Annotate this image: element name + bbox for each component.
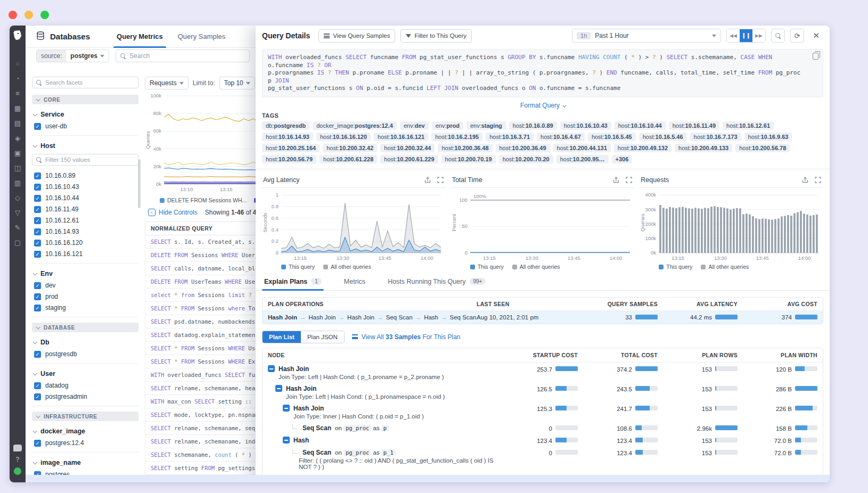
- plan-operations-row[interactable]: Hash Join→Hash Join→Hash Join→Seq Scan→H…: [263, 311, 823, 324]
- tag-pill[interactable]: host:10.16.10.43: [560, 121, 611, 130]
- facet-item[interactable]: ✓user-db: [34, 122, 138, 130]
- tag-pill[interactable]: host:10.16.11.49: [669, 121, 719, 130]
- tag-pill[interactable]: host:10.16.2.195: [431, 133, 482, 141]
- notebooks-icon[interactable]: ✎: [13, 222, 22, 234]
- checkbox-checked-icon[interactable]: ✓: [34, 228, 41, 235]
- facet-item[interactable]: ✓postgres:12.4: [34, 439, 138, 447]
- copy-icon[interactable]: [813, 53, 818, 60]
- format-query-link[interactable]: Format Query: [256, 102, 830, 109]
- plan-node-row[interactable]: Hash123.4123.415372.0 B: [263, 434, 823, 446]
- checkbox-checked-icon[interactable]: ✓: [34, 382, 41, 389]
- tag-pill[interactable]: host:10.16.5.45: [588, 133, 636, 141]
- query-row[interactable]: WITH overloaded_funcs SELECT funcna: [145, 368, 272, 382]
- tag-pill[interactable]: host:10.200.61.229: [380, 155, 438, 163]
- watchdog-icon[interactable]: ◔: [13, 73, 22, 85]
- refresh-button[interactable]: ⟳: [790, 29, 804, 43]
- export-icon[interactable]: [801, 176, 809, 184]
- facet-item[interactable]: ✓10.16.12.61: [34, 217, 138, 224]
- tag-pill[interactable]: host:10.16.3.71: [486, 133, 534, 141]
- collapse-node-icon[interactable]: [283, 437, 290, 443]
- query-row[interactable]: SELECT datadog.explain_statement (: [145, 328, 272, 342]
- collapse-node-icon[interactable]: [275, 385, 282, 392]
- apm-icon[interactable]: ◫: [13, 162, 22, 174]
- facet-item[interactable]: ✓10.16.16.121: [34, 250, 138, 258]
- tab-hosts-running[interactable]: Hosts Running This Query99+: [386, 273, 488, 290]
- view-all-samples-link[interactable]: View All 33 Samples For This Plan: [352, 333, 461, 341]
- tag-pill[interactable]: host:10.200.56.78: [735, 144, 790, 152]
- checkbox-checked-icon[interactable]: ✓: [34, 123, 41, 130]
- source-dropdown[interactable]: source: postgres: [36, 50, 109, 62]
- tag-pill[interactable]: host:10.16.0.89: [509, 121, 557, 130]
- facet-search[interactable]: [32, 77, 138, 88]
- tag-pill[interactable]: host:10.200.36.49: [496, 144, 550, 152]
- tag-pill[interactable]: host:10.16.16.121: [374, 133, 428, 141]
- total-time-chart[interactable]: 05010013:1513:3013:4514:00100%Percent: [451, 188, 632, 261]
- checkbox-checked-icon[interactable]: ✓: [34, 184, 41, 191]
- facet-item[interactable]: ✓dev: [34, 282, 138, 289]
- export-icon[interactable]: [612, 176, 620, 184]
- tag-pill[interactable]: env:prod: [432, 121, 463, 130]
- query-row[interactable]: select * from Sessions limit ?: [145, 289, 272, 302]
- query-row[interactable]: SELECT * FROM Sessions WHERE Expire: [145, 355, 272, 368]
- maximize-window-button[interactable]: [40, 11, 49, 19]
- tag-pill[interactable]: env:staging: [466, 121, 506, 130]
- checkbox-checked-icon[interactable]: ✓: [34, 240, 41, 246]
- query-row[interactable]: SELECT calls, datname, local_blks_h: [145, 262, 272, 275]
- facet-header[interactable]: Db: [33, 339, 138, 346]
- query-row[interactable]: DELETE FROM UserTeams WHERE User_id: [145, 275, 272, 289]
- checkbox-checked-icon[interactable]: ✓: [34, 293, 41, 300]
- logs-icon[interactable]: ▥: [13, 177, 22, 189]
- collapse-node-icon[interactable]: [283, 405, 290, 412]
- facet-search-input[interactable]: [45, 79, 134, 86]
- tag-pill[interactable]: host:10.16.12.61: [723, 121, 774, 130]
- plan-node-row[interactable]: Hash JoinJoin Type: Inner | Hash Cond: (…: [263, 402, 823, 422]
- checkbox-checked-icon[interactable]: ✓: [34, 282, 41, 289]
- facet-item[interactable]: ✓postgresadmin: [34, 393, 138, 400]
- expand-icon[interactable]: [625, 176, 633, 184]
- metrics-icon[interactable]: ▣: [13, 147, 22, 159]
- scrollbar[interactable]: [138, 159, 141, 208]
- facet-item[interactable]: ✓datadog: [34, 382, 138, 389]
- view-query-samples-button[interactable]: View Query Samples: [318, 29, 395, 43]
- security-icon[interactable]: ◇: [13, 192, 22, 204]
- zoom-button[interactable]: [771, 29, 785, 43]
- tag-pill[interactable]: host:10.16.7.173: [690, 133, 741, 141]
- tag-pill[interactable]: host:10.200.49.132: [614, 144, 672, 152]
- tag-pill[interactable]: db:postgresdb: [262, 121, 309, 130]
- collapse-node-icon[interactable]: [268, 365, 275, 372]
- chat-icon[interactable]: [13, 445, 22, 451]
- query-row[interactable]: SELECT relname, schemaname, seq_sca: [145, 422, 272, 435]
- tag-pill[interactable]: host:10.200.61.228: [320, 155, 377, 163]
- help-icon[interactable]: ?: [15, 456, 19, 463]
- tag-pill[interactable]: host:10.200.70.20: [499, 155, 553, 163]
- facet-item[interactable]: ✓10.16.10.44: [34, 194, 138, 202]
- tab-query-metrics[interactable]: Query Metrics: [109, 26, 170, 48]
- tab-metrics[interactable]: Metrics: [342, 273, 367, 290]
- search-icon[interactable]: ○: [13, 58, 22, 70]
- legend-item[interactable]: All other queries: [512, 264, 560, 270]
- legend-item[interactable]: DELETE FROM Sessions WH...: [160, 197, 247, 203]
- queries-timeseries-chart[interactable]: 0k20k40k60k80k100k13:1013:1513:20Queries: [145, 92, 272, 193]
- facet-header[interactable]: User: [33, 370, 138, 377]
- infrastructure-icon[interactable]: ▤: [13, 118, 22, 129]
- filter-to-query-button[interactable]: Filter to This Query: [400, 29, 472, 43]
- integrations-icon[interactable]: ▢: [13, 237, 22, 249]
- tag-pill[interactable]: env:dev: [400, 121, 429, 130]
- checkbox-checked-icon[interactable]: ✓: [34, 172, 41, 179]
- query-search[interactable]: [116, 50, 250, 62]
- query-row[interactable]: WITH max_con SELECT setting :: floa: [145, 395, 272, 408]
- checkbox-checked-icon[interactable]: ✓: [34, 206, 41, 213]
- query-row[interactable]: SELECT s. Id, s. Created_at, s. Expires: [145, 235, 272, 249]
- query-row[interactable]: SELECT setting FROM pg_settings WHE: [145, 462, 272, 475]
- tag-pill[interactable]: host:10.16.9.63: [744, 133, 792, 141]
- tag-pill[interactable]: docker_image:postgres:12.4: [313, 121, 397, 130]
- export-icon[interactable]: [423, 176, 432, 184]
- facet-item[interactable]: ✓10.16.16.120: [34, 239, 138, 246]
- tag-pill[interactable]: host:10.200.32.42: [323, 144, 377, 152]
- tag-pill[interactable]: host:10.200.36.48: [438, 144, 492, 152]
- facet-group-core[interactable]: CORE: [32, 95, 138, 104]
- checkbox-checked-icon[interactable]: ✓: [34, 217, 41, 224]
- facet-header[interactable]: docker_image: [33, 428, 138, 435]
- plan-json-button[interactable]: Plan JSON: [301, 331, 344, 343]
- datadog-logo-icon[interactable]: [13, 30, 22, 43]
